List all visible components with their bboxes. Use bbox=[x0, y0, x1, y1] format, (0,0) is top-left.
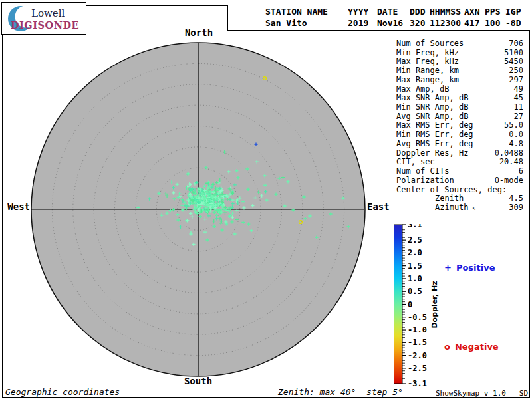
stat-value: 250 bbox=[509, 66, 523, 75]
stat-value: O-mode bbox=[495, 176, 523, 185]
header-label-2: DATE bbox=[377, 7, 410, 17]
header-label-0: STATION NAME bbox=[265, 7, 348, 17]
colorbar-tick-label: -1.0 bbox=[408, 325, 427, 334]
stat-value: 27 bbox=[514, 112, 523, 121]
legend-negative-label: Negative bbox=[455, 342, 499, 352]
header-value-1: 2019 bbox=[348, 18, 377, 28]
stat-value: 4.8 bbox=[509, 139, 523, 148]
stat-value: 0.0488 bbox=[495, 148, 523, 158]
colorbar-tick-label: 0 bbox=[408, 300, 412, 309]
legend-positive-label: Positive bbox=[456, 263, 495, 273]
stat-row: Min Range, km250 bbox=[396, 66, 523, 75]
stat-row: Azimuth ↖309 bbox=[396, 203, 523, 212]
stat-row: CIT, sec20.48 bbox=[396, 157, 523, 166]
stat-label: Avg RMS Err, deg bbox=[396, 139, 473, 148]
app-version: ShowSkymap v 1.0 SD v 5.1 bbox=[436, 389, 532, 398]
header-label-6: PPS bbox=[485, 7, 505, 17]
stat-label: Max Range, km bbox=[396, 75, 459, 84]
stat-row: Avg RMS Err, deg4.8 bbox=[396, 139, 523, 148]
header-values-row: San Vito2019Nov16320112300417100-8D bbox=[265, 18, 528, 28]
stat-label: Polarization bbox=[396, 176, 454, 185]
stat-row: Min RMS Err, deg0.0 bbox=[396, 130, 523, 139]
stat-label: CIT, sec bbox=[396, 157, 435, 166]
stat-row: Min SNR Amp, dB11 bbox=[396, 102, 523, 112]
stat-label: Num of Sources bbox=[396, 39, 464, 48]
stat-label: Max SNR Amp, dB bbox=[396, 93, 468, 102]
header-label-5: AXN bbox=[464, 7, 485, 17]
stat-label: Min SNR Amp, dB bbox=[396, 102, 468, 112]
nw-arrow-icon: ↖ bbox=[469, 205, 476, 211]
measurement-stats-panel: Num of Sources706Min Freq, kHz5100Max Fr… bbox=[396, 39, 523, 212]
colorbar-tick-label: -0.5 bbox=[408, 313, 427, 322]
skymap-svg bbox=[31, 42, 366, 378]
header-label-1: YYYY bbox=[348, 7, 377, 17]
stat-label: Max Amp, dB bbox=[396, 84, 449, 94]
stat-value: 5100 bbox=[504, 48, 523, 57]
compass-label-east: East bbox=[367, 201, 396, 212]
lowell-digisonde-logo: Lowell DIGISONDE bbox=[1, 2, 86, 35]
logo-text-lowell: Lowell bbox=[31, 7, 65, 19]
plus-marker-icon: + bbox=[444, 263, 452, 273]
stat-label: Center of Sources, deg: bbox=[396, 185, 507, 194]
stat-row: Doppler Res, Hz0.0488 bbox=[396, 148, 523, 158]
colorbar-tick-label: 3.1 bbox=[408, 224, 422, 229]
stat-row: Max RMS Err, deg55.0 bbox=[396, 120, 523, 130]
compass-label-north: North bbox=[184, 27, 214, 38]
stat-value: 49 bbox=[514, 84, 523, 94]
stat-row: Center of Sources, deg: bbox=[396, 185, 523, 194]
stat-row: Min Freq, kHz5100 bbox=[396, 48, 523, 57]
stat-value: 4.5 bbox=[509, 194, 523, 203]
stat-label: Min Range, km bbox=[396, 66, 459, 75]
stat-value: 706 bbox=[509, 39, 523, 48]
colorbar-tick-label: 1.0 bbox=[408, 274, 422, 283]
stat-label: Zenith bbox=[396, 194, 464, 203]
header-label-4: HHMMSS bbox=[430, 7, 464, 17]
stat-label: Min Freq, kHz bbox=[396, 48, 459, 57]
stat-label: Doppler Res, Hz bbox=[396, 148, 468, 158]
footer-divider bbox=[2, 386, 530, 386]
header-label-7: IGP bbox=[505, 7, 528, 17]
stat-row: Num of Sources706 bbox=[396, 39, 523, 48]
compass-label-south: South bbox=[181, 376, 215, 386]
colorbar-tick-label: 2.5 bbox=[408, 235, 422, 245]
colorbar-svg: 3.12.52.01.51.00.50-0.5-1.0-1.5-2.0-2.5-… bbox=[394, 224, 435, 387]
doppler-colorbar: 3.12.52.01.51.00.50-0.5-1.0-1.5-2.0-2.5-… bbox=[394, 224, 435, 390]
stat-value: 5450 bbox=[504, 57, 523, 66]
stat-value: 45 bbox=[514, 93, 523, 102]
zenith-scale-note: Zenith: max 40° step 5° bbox=[278, 387, 403, 397]
colorbar-tick-label: 0.5 bbox=[408, 287, 422, 296]
stat-row: Avg SNR Amp, dB27 bbox=[396, 112, 523, 121]
stat-value: 11 bbox=[514, 102, 523, 112]
header-labels-row: STATION NAMEYYYYDATEDDDHHMMSSAXNPPSIGP bbox=[265, 7, 528, 17]
header-value-5: 417 bbox=[464, 18, 485, 28]
coordinates-note: Geographic coordinates bbox=[5, 387, 120, 397]
stat-row: Max Freq, kHz5450 bbox=[396, 57, 523, 66]
stat-label: Azimuth ↖ bbox=[396, 203, 475, 212]
header-value-7: -8D bbox=[505, 18, 528, 28]
stat-row: Num of CITs6 bbox=[396, 166, 523, 176]
colorbar-tick-label: 1.5 bbox=[408, 261, 422, 271]
stat-row: Max Range, km297 bbox=[396, 75, 523, 84]
stat-label: Num of CITs bbox=[396, 166, 449, 176]
header-label-3: DDD bbox=[410, 7, 430, 17]
stat-label: Max Freq, kHz bbox=[396, 57, 459, 66]
stat-row: PolarizationO-mode bbox=[396, 176, 523, 185]
header-value-2: Nov16 bbox=[377, 18, 410, 28]
stat-row: Zenith4.5 bbox=[396, 194, 523, 203]
circle-marker-icon: o bbox=[444, 342, 450, 352]
legend-positive: +Positive bbox=[444, 263, 495, 273]
stat-row: Max Amp, dB49 bbox=[396, 84, 523, 94]
station-header: STATION NAMEYYYYDATEDDDHHMMSSAXNPPSIGP S… bbox=[227, 5, 530, 31]
stat-label: Avg SNR Amp, dB bbox=[396, 112, 468, 121]
colorbar-tick-label: -2.0 bbox=[408, 351, 427, 360]
colorbar-axis-label: Doppler, Hz bbox=[430, 278, 440, 331]
header-value-0: San Vito bbox=[265, 18, 348, 28]
colorbar-tick-label: -2.5 bbox=[408, 364, 427, 373]
stat-value: 6 bbox=[519, 166, 523, 176]
stat-value: 297 bbox=[509, 75, 523, 84]
compass-label-west: West bbox=[3, 201, 30, 212]
stat-value: 309 bbox=[509, 203, 523, 212]
stat-value: 20.48 bbox=[499, 157, 523, 166]
header-value-6: 100 bbox=[485, 18, 505, 28]
stat-row: Max SNR Amp, dB45 bbox=[396, 93, 523, 102]
